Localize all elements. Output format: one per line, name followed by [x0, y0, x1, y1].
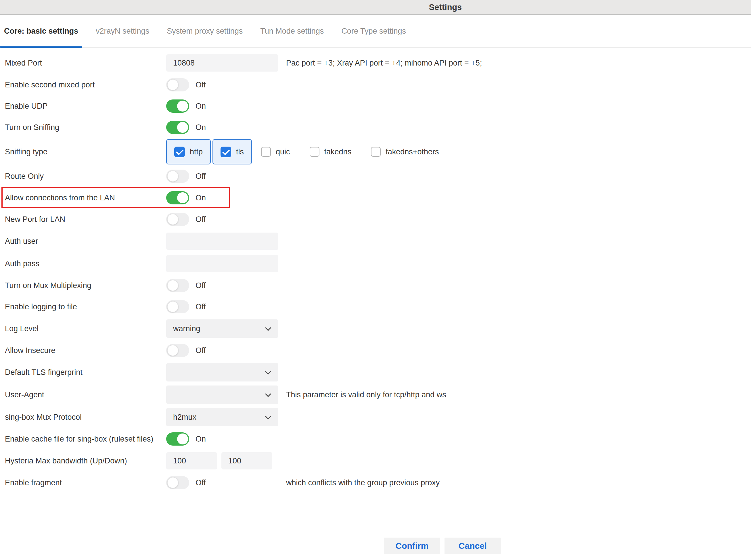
enable-udp-toggle[interactable]	[166, 99, 189, 113]
allow-lan-connections-toggle[interactable]	[166, 191, 189, 204]
chevron-down-icon	[265, 368, 271, 375]
route-only-toggle[interactable]	[166, 169, 189, 183]
row-label: Enable cache file for sing-box (ruleset …	[5, 435, 166, 444]
settings-row: Sniffing type http tls quic fakedns fake…	[0, 138, 751, 165]
row-label: Sniffing type	[5, 147, 166, 156]
row-label: Turn on Sniffing	[5, 123, 166, 132]
row-label: Auth user	[5, 237, 166, 246]
settings-row: User-Agent This parameter is valid only …	[0, 383, 751, 406]
log-level-select[interactable]: warning	[166, 319, 278, 338]
auth-pass-input[interactable]	[166, 255, 278, 272]
checkbox-label: fakedns+others	[386, 147, 439, 156]
toggle-knob	[167, 345, 178, 356]
row-label: Mixed Port	[5, 59, 166, 67]
row-note: Pac port = +3; Xray API port = +4; mihom…	[286, 59, 482, 67]
checkbox-checked-icon	[174, 147, 185, 157]
dialog-footer: Confirm Cancel	[384, 538, 501, 554]
tab-system-proxy-settings[interactable]: System proxy settings	[163, 15, 247, 47]
turn-on-sniffing-toggle[interactable]	[166, 121, 189, 134]
toggle-state-label: On	[196, 435, 206, 444]
settings-row: Auth user	[0, 230, 751, 253]
toggle-knob	[167, 477, 178, 488]
tab-tun-mode-settings[interactable]: Tun Mode settings	[256, 15, 328, 47]
user-agent-select[interactable]	[166, 385, 278, 404]
toggle-knob	[167, 301, 178, 312]
checkbox-label: fakedns	[324, 147, 352, 156]
row-label: Enable second mixed port	[5, 80, 166, 89]
row-label: Allow connections from the LAN	[5, 194, 166, 202]
sniffing-option-tls[interactable]: tls	[213, 139, 252, 164]
settings-row-highlighted: Allow connections from the LAN On	[0, 187, 751, 209]
settings-row: New Port for LAN Off	[0, 209, 751, 230]
row-note: which conflicts with the group previous …	[286, 478, 440, 487]
tab-v2rayn-settings[interactable]: v2rayN settings	[92, 15, 153, 47]
row-label: Route Only	[5, 172, 166, 181]
chevron-down-icon	[265, 413, 271, 419]
settings-row: Auth pass	[0, 253, 751, 275]
settings-row: Default TLS fingerprint	[0, 361, 751, 383]
checkbox-unchecked-icon	[310, 147, 319, 157]
toggle-knob	[167, 171, 178, 182]
settings-row: Turn on Sniffing On	[0, 117, 751, 138]
toggle-state-label: Off	[196, 478, 206, 487]
toggle-state-label: On	[196, 194, 206, 202]
toggle-knob	[167, 214, 178, 225]
auth-user-input[interactable]	[166, 233, 278, 250]
checkbox-unchecked-icon	[371, 147, 381, 157]
row-note: This parameter is valid only for tcp/htt…	[286, 391, 446, 399]
settings-row: sing-box Mux Protocol h2mux	[0, 406, 751, 428]
toggle-state-label: Off	[196, 346, 206, 355]
row-label: User-Agent	[5, 391, 166, 399]
new-port-for-lan-toggle[interactable]	[166, 213, 189, 226]
sniffing-option-fakedns-others[interactable]: fakedns+others	[371, 147, 439, 157]
checkbox-unchecked-icon	[261, 147, 271, 157]
enable-second-mixed-port-toggle[interactable]	[166, 78, 189, 92]
checkbox-label: http	[190, 147, 203, 156]
allow-insecure-toggle[interactable]	[166, 344, 189, 357]
row-label: Allow Insecure	[5, 346, 166, 355]
toggle-state-label: Off	[196, 80, 206, 89]
confirm-button[interactable]: Confirm	[384, 538, 440, 554]
toggle-state-label: Off	[196, 172, 206, 181]
toggle-state-label: Off	[196, 302, 206, 311]
sniffing-type-group: http tls quic fakedns fakedns+others	[166, 139, 459, 164]
hysteria-down-bandwidth-input[interactable]	[221, 452, 272, 469]
mixed-port-input[interactable]	[166, 54, 278, 72]
toggle-knob	[167, 280, 178, 291]
cancel-button[interactable]: Cancel	[444, 538, 501, 554]
settings-row: Route Only Off	[0, 165, 751, 187]
settings-row: Hysteria Max bandwidth (Up/Down)	[0, 449, 751, 472]
toggle-state-label: On	[196, 123, 206, 132]
singbox-mux-protocol-select[interactable]: h2mux	[166, 408, 278, 426]
toggle-knob	[177, 192, 188, 203]
chevron-down-icon	[265, 391, 271, 397]
tls-fingerprint-select[interactable]	[166, 363, 278, 381]
settings-row: Enable cache file for sing-box (ruleset …	[0, 428, 751, 449]
row-label: Auth pass	[5, 259, 166, 268]
settings-row: Enable second mixed port Off	[0, 74, 751, 96]
row-label: Turn on Mux Multiplexing	[5, 281, 166, 290]
row-label: Log Level	[5, 324, 166, 333]
settings-form: Mixed Port Pac port = +3; Xray API port …	[0, 48, 751, 493]
sniffing-option-http[interactable]: http	[166, 139, 211, 164]
window-title: Settings	[429, 0, 462, 14]
enable-fragment-toggle[interactable]	[166, 476, 189, 489]
logging-to-file-toggle[interactable]	[166, 300, 189, 313]
sniffing-option-quic[interactable]: quic	[261, 147, 290, 157]
select-value: h2mux	[173, 413, 196, 422]
row-label: sing-box Mux Protocol	[5, 413, 166, 422]
toggle-knob	[177, 122, 188, 133]
toggle-knob	[167, 79, 178, 90]
sniffing-option-fakedns[interactable]: fakedns	[310, 147, 352, 157]
toggle-knob	[177, 434, 188, 444]
checkbox-checked-icon	[220, 147, 231, 157]
mux-multiplexing-toggle[interactable]	[166, 279, 189, 292]
chevron-down-icon	[265, 325, 271, 331]
tab-core-type-settings[interactable]: Core Type settings	[337, 15, 410, 47]
titlebar: Settings	[0, 0, 751, 15]
singbox-cache-file-toggle[interactable]	[166, 432, 189, 445]
toggle-state-label: Off	[196, 281, 206, 290]
tab-core-basic-settings[interactable]: Core: basic settings	[0, 15, 82, 47]
hysteria-up-bandwidth-input[interactable]	[166, 452, 217, 469]
settings-row: Enable fragment Off which conflicts with…	[0, 472, 751, 493]
